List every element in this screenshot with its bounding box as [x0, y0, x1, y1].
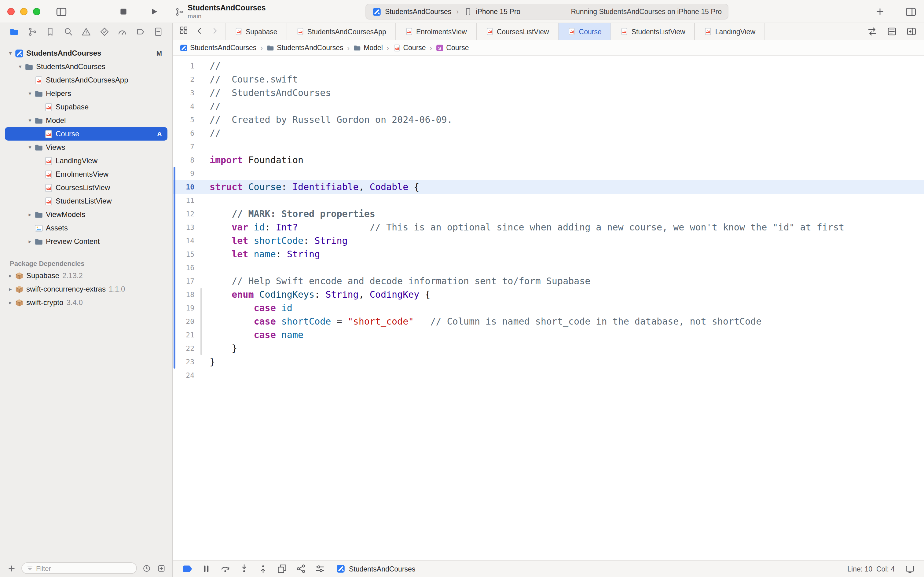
line-number[interactable]: 16: [173, 261, 200, 274]
add-editor-button[interactable]: [906, 26, 917, 37]
line-number[interactable]: 21: [173, 328, 200, 342]
code-line-15[interactable]: 15 let name: String: [173, 248, 924, 261]
sidebar-item-model[interactable]: ▾Model: [5, 114, 167, 127]
code-line-5[interactable]: 5// Created by Russell Gordon on 2024-06…: [173, 113, 924, 127]
code-review-button[interactable]: [867, 26, 877, 37]
step-out-button[interactable]: [257, 563, 268, 574]
sidebar-item-viewmodels[interactable]: ▸ViewModels: [5, 208, 167, 221]
find-navigator-button[interactable]: [63, 26, 74, 37]
line-number[interactable]: 2: [173, 73, 200, 86]
disclosure-down-icon[interactable]: ▾: [16, 64, 24, 70]
code-line-12[interactable]: 12 // MARK: Stored properties: [173, 207, 924, 221]
pause-button[interactable]: [200, 563, 211, 574]
breadcrumb-item-studentsandcourses[interactable]: StudentsAndCourses: [266, 44, 343, 52]
code-line-7[interactable]: 7: [173, 140, 924, 153]
line-number[interactable]: 24: [173, 369, 200, 382]
package-swift-concurrency-extras[interactable]: ▸swift-concurrency-extras1.1.0: [5, 282, 167, 296]
line-number[interactable]: 9: [173, 167, 200, 180]
inspector-toggle-button[interactable]: [903, 5, 918, 18]
code-line-2[interactable]: 2// Course.swift: [173, 73, 924, 86]
scheme-status-bar[interactable]: StudentsAndCourses › iPhone 15 Pro Runni…: [365, 4, 728, 19]
disclosure-right-icon[interactable]: ▸: [26, 239, 34, 245]
disclosure-down-icon[interactable]: ▾: [26, 144, 34, 150]
code-line-3[interactable]: 3// StudentsAndCourses: [173, 86, 924, 100]
breakpoints-navigator-button[interactable]: [135, 26, 146, 37]
code-line-16[interactable]: 16: [173, 261, 924, 274]
code-line-1[interactable]: 1//: [173, 59, 924, 73]
disclosure-right-icon[interactable]: ▸: [26, 211, 34, 218]
run-button[interactable]: [146, 5, 161, 18]
tab-course[interactable]: Course: [559, 23, 612, 40]
code-line-9[interactable]: 9: [173, 167, 924, 180]
line-number[interactable]: 19: [173, 301, 200, 315]
line-number[interactable]: 3: [173, 86, 200, 100]
code-line-6[interactable]: 6//: [173, 127, 924, 140]
sidebar-toggle-button[interactable]: [54, 5, 68, 18]
disclosure-down-icon[interactable]: ▾: [26, 90, 34, 97]
sidebar-item-helpers[interactable]: ▾Helpers: [5, 87, 167, 100]
line-number[interactable]: 18: [173, 288, 200, 301]
code-line-4[interactable]: 4//: [173, 100, 924, 113]
source-control-filter-button[interactable]: [156, 563, 166, 573]
sidebar-item-studentsandcoursesapp[interactable]: StudentsAndCoursesApp: [5, 73, 167, 87]
zoom-window-button[interactable]: [33, 8, 40, 15]
line-number[interactable]: 4: [173, 100, 200, 113]
sidebar-item-views[interactable]: ▾Views: [5, 140, 167, 154]
line-number[interactable]: 14: [173, 234, 200, 248]
line-number[interactable]: 22: [173, 342, 200, 355]
minimize-window-button[interactable]: [20, 8, 27, 15]
breakpoints-toggle-button[interactable]: [182, 563, 193, 574]
disclosure-down-icon[interactable]: ▾: [26, 118, 34, 124]
sidebar-item-assets[interactable]: Assets: [5, 221, 167, 235]
line-number[interactable]: 12: [173, 207, 200, 221]
source-control-navigator-button[interactable]: [27, 26, 38, 37]
tab-supabase[interactable]: Supabase: [225, 23, 287, 40]
filter-input[interactable]: [36, 564, 132, 572]
sidebar-item-studentsandcourses[interactable]: ▾StudentsAndCoursesM: [5, 47, 167, 60]
disclosure-right-icon[interactable]: ▸: [6, 286, 14, 292]
breadcrumb-item-model[interactable]: Model: [353, 44, 383, 52]
stop-button[interactable]: [116, 5, 131, 18]
line-number[interactable]: 8: [173, 153, 200, 167]
disclosure-down-icon[interactable]: ▾: [6, 50, 14, 56]
code-line-14[interactable]: 14 let shortCode: String: [173, 234, 924, 248]
line-number[interactable]: 23: [173, 355, 200, 369]
disclosure-right-icon[interactable]: ▸: [6, 272, 14, 279]
breadcrumb-item-course[interactable]: Course: [393, 44, 426, 52]
line-number[interactable]: 13: [173, 221, 200, 234]
sidebar-item-enrolmentsview[interactable]: EnrolmentsView: [5, 168, 167, 181]
code-line-17[interactable]: 17 // Help Swift encode and decode infor…: [173, 274, 924, 288]
disclosure-right-icon[interactable]: ▸: [6, 300, 14, 306]
line-number[interactable]: 5: [173, 113, 200, 127]
breadcrumb-item-studentsandcourses[interactable]: StudentsAndCourses: [180, 44, 256, 52]
breadcrumb-item-course[interactable]: SCourse: [436, 44, 469, 52]
line-number[interactable]: 20: [173, 315, 200, 328]
back-button[interactable]: [196, 26, 203, 37]
source-editor[interactable]: 1//2// Course.swift3// StudentsAndCourse…: [173, 56, 924, 560]
code-line-18[interactable]: 18 enum CodingKeys: String, CodingKey {: [173, 288, 924, 301]
code-line-11[interactable]: 11: [173, 194, 924, 207]
project-navigator-button[interactable]: [8, 26, 19, 37]
reports-navigator-button[interactable]: [153, 26, 164, 37]
add-button[interactable]: [6, 562, 17, 574]
sidebar-item-preview-content[interactable]: ▸Preview Content: [5, 235, 167, 248]
code-line-8[interactable]: 8import Foundation: [173, 153, 924, 167]
tab-courseslistview[interactable]: CoursesListView: [476, 23, 559, 40]
line-number[interactable]: 15: [173, 248, 200, 261]
runtime-monitor-button[interactable]: [905, 563, 916, 574]
debug-session-chip[interactable]: StudentsAndCourses: [336, 564, 415, 573]
memory-graph-button[interactable]: [295, 563, 306, 574]
sidebar-item-studentslistview[interactable]: StudentsListView: [5, 194, 167, 208]
line-number[interactable]: 7: [173, 140, 200, 153]
issues-navigator-button[interactable]: [80, 26, 92, 37]
code-line-20[interactable]: 20 case shortCode = "short_code" // Colu…: [173, 315, 924, 328]
environment-overrides-button[interactable]: [314, 563, 325, 574]
line-number[interactable]: 10: [173, 180, 200, 194]
editor-options-button[interactable]: [887, 26, 897, 37]
step-over-button[interactable]: [219, 563, 230, 574]
debug-navigator-button[interactable]: [117, 26, 128, 37]
line-number[interactable]: 17: [173, 274, 200, 288]
code-line-22[interactable]: 22 }: [173, 342, 924, 355]
close-window-button[interactable]: [7, 8, 14, 15]
code-line-13[interactable]: 13 var id: Int? // This is an optional s…: [173, 221, 924, 234]
